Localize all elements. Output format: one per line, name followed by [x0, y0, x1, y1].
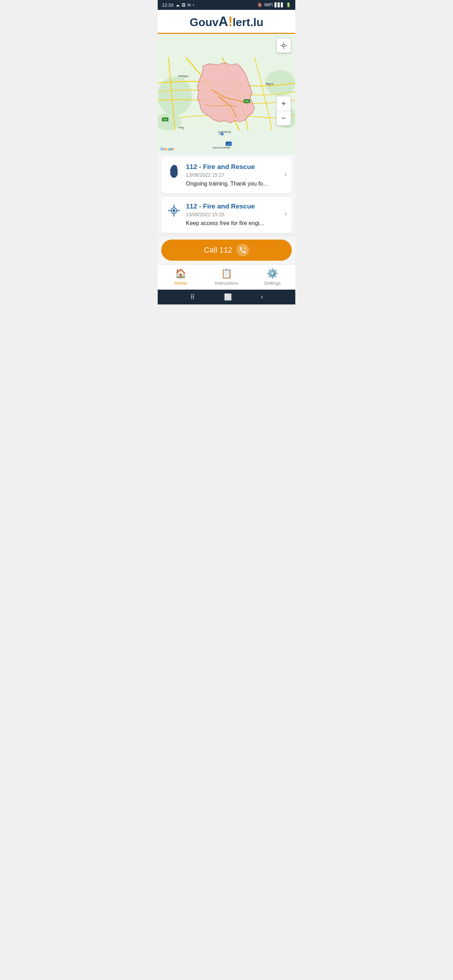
alert-card-2[interactable]: 112 - Fire and Rescue 13/06/2022 15:25 K… — [161, 197, 292, 233]
alert-message-2: Keep access free for fire engi... — [186, 220, 280, 227]
logo-a: A — [218, 14, 228, 29]
nav-item-instructions[interactable]: 📋 Instructions — [203, 264, 250, 290]
map-zoom-controls: + − — [276, 96, 291, 126]
image-icon: 🖼 — [182, 3, 186, 7]
alert-message-1: Ongoing training. Thank you fo... — [186, 180, 280, 188]
nav-label-instructions: Instructions — [215, 280, 238, 286]
alert-timestamp-2: 13/06/2022 15:25 — [186, 212, 280, 217]
svg-text:○Esch-sur-Alzette: ○Esch-sur-Alzette — [212, 146, 230, 149]
svg-point-14 — [221, 134, 223, 135]
map-container[interactable]: A4 E29 E25 Bastogne Bitburg Trier Arlon … — [158, 34, 295, 154]
svg-text:E29: E29 — [245, 100, 249, 102]
instructions-icon: 📋 — [221, 268, 232, 279]
alert-card-1[interactable]: 112 - Fire and Rescue 13/06/2022 15:27 O… — [161, 158, 292, 193]
svg-text:Bitburg: Bitburg — [265, 83, 273, 85]
svg-point-29 — [282, 44, 285, 46]
signal-icon: ▋▋▋ — [275, 2, 284, 7]
alert-arrow-1[interactable]: › — [285, 163, 287, 178]
svg-text:Bastogne: Bastogne — [178, 75, 189, 78]
logo-lert: lert — [232, 16, 250, 29]
sys-nav-home-button[interactable]: ⬜ — [224, 293, 232, 301]
sys-nav-recent-button[interactable]: ⠿ — [190, 293, 195, 301]
luxembourg-silhouette-icon — [168, 164, 180, 180]
svg-text:E25: E25 — [163, 119, 167, 121]
status-bar-right: 🔇 WiFi ▋▋▋ 🔋 — [257, 2, 291, 7]
alert-content-2: 112 - Fire and Rescue 13/06/2022 15:25 K… — [186, 202, 280, 227]
alert-arrow-2[interactable]: › — [285, 202, 287, 218]
phone-waves-icon — [239, 246, 246, 254]
nav-item-home[interactable]: 🏠 Home — [158, 264, 203, 290]
alert-timestamp-1: 13/06/2022 15:27 — [186, 172, 280, 178]
call-btn-section: Call 112 — [158, 237, 295, 264]
settings-icon: ⚙️ — [267, 268, 278, 279]
mail-icon: M — [188, 3, 191, 7]
nav-label-settings: Settings — [264, 280, 281, 286]
nav-item-settings[interactable]: ⚙️ Settings — [250, 264, 295, 290]
map-svg: A4 E29 E25 Bastogne Bitburg Trier Arlon … — [158, 34, 295, 154]
svg-text:Luxembourg: Luxembourg — [218, 130, 231, 134]
app-logo: GouvA!lert.lu — [165, 14, 288, 29]
status-bar: 12:33 ☁ 🖼 M • 🔇 WiFi ▋▋▋ 🔋 — [158, 0, 295, 10]
logo-exclaim: ! — [228, 14, 233, 29]
system-nav-bar: ⠿ ⬜ ‹ — [158, 290, 295, 304]
nav-label-home: Home — [175, 280, 187, 286]
map-zoom-in-button[interactable]: + — [276, 96, 291, 111]
svg-point-35 — [173, 210, 175, 212]
dot-icon: • — [193, 3, 194, 7]
svg-text:Arlon: Arlon — [178, 126, 184, 129]
alert-icon-1 — [166, 163, 182, 180]
call-112-button[interactable]: Call 112 — [161, 240, 292, 261]
map-zoom-out-button[interactable]: − — [276, 111, 291, 126]
map-locate-button[interactable] — [276, 38, 291, 53]
logo-gouv: Gouv — [189, 16, 218, 29]
wifi-icon: WiFi — [264, 2, 273, 7]
sys-nav-back-button[interactable]: ‹ — [261, 293, 263, 301]
logo-dot-lu: .lu — [250, 16, 263, 29]
status-time: 12:33 — [162, 2, 173, 8]
call-btn-label: Call 112 — [204, 245, 232, 255]
phone-icon — [236, 244, 249, 256]
google-logo: Google — [161, 147, 174, 151]
alert-content-1: 112 - Fire and Rescue 13/06/2022 15:27 O… — [186, 163, 280, 188]
alert-title-2: 112 - Fire and Rescue — [186, 202, 280, 210]
status-bar-left: 12:33 ☁ 🖼 M • — [162, 2, 194, 8]
battery-icon: 🔋 — [286, 2, 291, 7]
alert-title-1: 112 - Fire and Rescue — [186, 163, 280, 171]
home-icon: 🏠 — [175, 268, 186, 279]
alert-icon-2 — [166, 202, 182, 217]
app-header: GouvA!lert.lu — [158, 10, 295, 34]
bottom-nav: 🏠 Home 📋 Instructions ⚙️ Settings — [158, 264, 295, 290]
svg-text:A4: A4 — [227, 142, 230, 145]
cloud-icon: ☁ — [176, 3, 180, 7]
location-crosshair-icon — [167, 204, 181, 217]
mute-icon: 🔇 — [257, 2, 262, 7]
alerts-section: 112 - Fire and Rescue 13/06/2022 15:27 O… — [158, 154, 295, 233]
